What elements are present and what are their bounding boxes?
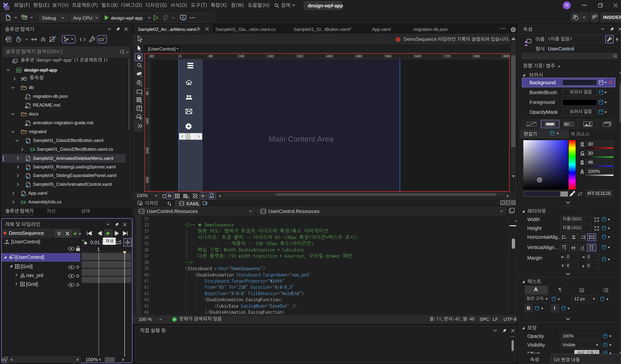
svg-text:{}: {} bbox=[25, 96, 28, 100]
svg-text:C#: C# bbox=[21, 200, 26, 205]
svg-text:C#: C# bbox=[30, 148, 35, 152]
svg-text:C#: C# bbox=[17, 69, 21, 72]
svg-text:IN: IN bbox=[6, 7, 8, 9]
